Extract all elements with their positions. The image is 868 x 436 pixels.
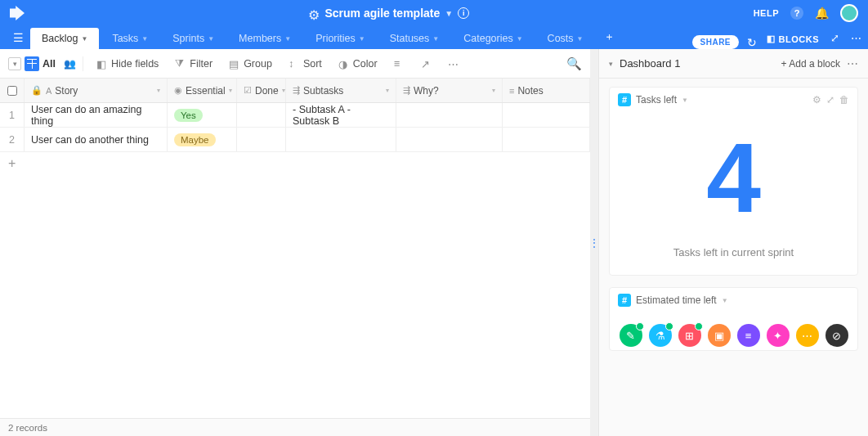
user-avatar[interactable] bbox=[840, 4, 858, 22]
cell-done[interactable] bbox=[237, 103, 286, 127]
cell-subtasks[interactable] bbox=[286, 128, 396, 151]
table-row[interactable]: 2User can do another thingMaybe bbox=[0, 128, 590, 152]
cell-subtasks[interactable]: - Subtask A - Subtask B bbox=[286, 103, 396, 127]
column-story[interactable]: 🔒AStory▾ bbox=[25, 79, 168, 102]
views-menu[interactable]: ▾ bbox=[8, 57, 21, 70]
chevron-down-icon[interactable]: ▼ bbox=[445, 9, 453, 18]
row-height-button[interactable]: ≡ bbox=[387, 55, 411, 72]
dashboard-title[interactable]: Dashboard 1 bbox=[620, 57, 680, 70]
help-link[interactable]: HELP bbox=[754, 8, 779, 18]
metric-value: 4 bbox=[618, 128, 849, 227]
status-dot[interactable]: ⚗ bbox=[649, 324, 672, 347]
record-count: 2 records bbox=[8, 423, 47, 433]
view-name[interactable]: All bbox=[43, 58, 56, 70]
select-all-checkbox[interactable] bbox=[7, 86, 17, 96]
menu-icon[interactable]: ☰ bbox=[7, 31, 30, 49]
dashboard-more-icon[interactable]: ⋯ bbox=[847, 57, 858, 70]
add-tab-button[interactable]: ＋ bbox=[596, 25, 623, 49]
tab-sprints[interactable]: Sprints▼ bbox=[161, 28, 226, 49]
block-title[interactable]: Estimated time left bbox=[636, 294, 717, 306]
history-icon[interactable]: ↻ bbox=[747, 36, 757, 49]
block-title[interactable]: Tasks left bbox=[636, 94, 677, 106]
number-block-icon: # bbox=[618, 294, 631, 307]
row-number-header bbox=[0, 79, 25, 102]
add-row-button[interactable]: + bbox=[0, 152, 590, 175]
share-button[interactable]: SHARE bbox=[692, 35, 740, 49]
status-dot[interactable]: ≡ bbox=[737, 324, 760, 347]
color-button[interactable]: ◑Color bbox=[332, 55, 384, 73]
tab-backlog[interactable]: Backlog▼ bbox=[30, 28, 99, 49]
group-button[interactable]: ▤Group bbox=[222, 55, 279, 73]
base-title[interactable]: Scrum agile template bbox=[324, 7, 440, 20]
cell-why[interactable] bbox=[396, 128, 503, 151]
collaborator-icon[interactable]: 👥 bbox=[64, 58, 76, 70]
status-dot[interactable]: ✎ bbox=[620, 324, 642, 347]
info-icon[interactable]: i bbox=[458, 7, 469, 19]
block-settings-icon[interactable]: ⚙ bbox=[812, 94, 821, 106]
block-estimated-time: # Estimated time left ▼ ✎⚗⊞▣≡✦⋯⊘ bbox=[609, 287, 858, 351]
status-dot[interactable]: ⊞ bbox=[678, 324, 701, 347]
tab-tasks[interactable]: Tasks▼ bbox=[101, 28, 159, 49]
tab-costs[interactable]: Costs▼ bbox=[536, 28, 595, 49]
more-view-button[interactable]: ⋯ bbox=[441, 55, 465, 72]
cell-notes[interactable] bbox=[503, 103, 590, 127]
gear-icon: ⚙ bbox=[308, 7, 320, 19]
chevron-down-icon[interactable]: ▼ bbox=[722, 297, 728, 304]
hide-fields-button[interactable]: ◧Hide fields bbox=[90, 55, 165, 73]
tab-categories[interactable]: Categories▼ bbox=[452, 28, 534, 49]
search-icon[interactable]: 🔍 bbox=[566, 56, 582, 71]
more-icon[interactable]: ⋯ bbox=[851, 32, 861, 49]
add-block-button[interactable]: + Add a block bbox=[781, 58, 840, 70]
status-dot[interactable]: ▣ bbox=[708, 324, 731, 347]
block-delete-icon[interactable]: 🗑 bbox=[839, 94, 849, 106]
cell-done[interactable] bbox=[237, 128, 286, 151]
column-why[interactable]: ⇶Why?▾ bbox=[396, 79, 503, 102]
column-notes[interactable]: ≡Notes bbox=[503, 79, 590, 102]
filter-button[interactable]: ⧩Filter bbox=[168, 55, 219, 73]
metric-caption: Tasks left in current sprint bbox=[618, 246, 849, 258]
row-number: 2 bbox=[0, 128, 25, 151]
status-dot[interactable]: ⊘ bbox=[825, 324, 848, 347]
table-row[interactable]: 1User can do an amazing thingYes- Subtas… bbox=[0, 103, 590, 128]
cell-story[interactable]: User can do another thing bbox=[25, 128, 168, 151]
help-icon[interactable]: ? bbox=[790, 7, 803, 20]
tab-statuses[interactable]: Statuses▼ bbox=[378, 28, 451, 49]
status-dot[interactable]: ✦ bbox=[767, 324, 790, 347]
cell-why[interactable] bbox=[396, 103, 503, 127]
sort-button[interactable]: ↕Sort bbox=[282, 55, 329, 73]
column-essential[interactable]: ◉Essential▾ bbox=[168, 79, 237, 102]
block-expand-icon[interactable]: ⤢ bbox=[826, 94, 834, 106]
notifications-icon[interactable]: 🔔 bbox=[815, 7, 829, 20]
block-tasks-left: # Tasks left ▼ ⚙ ⤢ 🗑 4 Tasks left in cur… bbox=[609, 87, 858, 276]
pane-splitter[interactable] bbox=[590, 49, 598, 436]
column-done[interactable]: ☑Done▾ bbox=[237, 79, 286, 102]
cell-essential[interactable]: Maybe bbox=[168, 128, 237, 151]
row-number: 1 bbox=[0, 103, 25, 127]
cell-essential[interactable]: Yes bbox=[168, 103, 237, 127]
chevron-down-icon[interactable]: ▼ bbox=[682, 97, 688, 104]
expand-icon[interactable]: ⤢ bbox=[830, 32, 839, 49]
number-block-icon: # bbox=[618, 93, 631, 106]
column-subtasks[interactable]: ⇶Subtasks▾ bbox=[286, 79, 396, 102]
app-logo[interactable] bbox=[10, 6, 25, 20]
collapse-dashboard-icon[interactable]: ▾ bbox=[609, 60, 613, 68]
cell-story[interactable]: User can do an amazing thing bbox=[25, 103, 168, 127]
share-view-button[interactable]: ↗ bbox=[414, 55, 438, 72]
grid-view-icon bbox=[25, 56, 39, 71]
tab-members[interactable]: Members▼ bbox=[227, 28, 302, 49]
cell-notes[interactable] bbox=[503, 128, 590, 151]
tab-priorities[interactable]: Priorities▼ bbox=[304, 28, 377, 49]
status-dot[interactable]: ⋯ bbox=[796, 324, 819, 347]
blocks-toggle[interactable]: ◧ BLOCKS bbox=[767, 34, 819, 49]
